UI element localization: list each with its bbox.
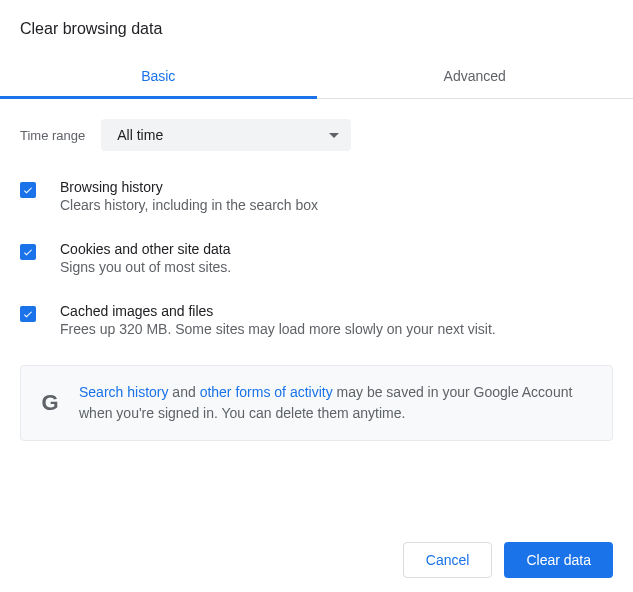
time-range-row: Time range All time — [20, 119, 613, 151]
chevron-down-icon — [329, 133, 339, 138]
link-search-history[interactable]: Search history — [79, 384, 168, 400]
checkbox-cache[interactable] — [20, 306, 36, 322]
info-box: G Search history and other forms of acti… — [20, 365, 613, 441]
tab-basic[interactable]: Basic — [0, 56, 317, 98]
option-text: Browsing history Clears history, includi… — [60, 179, 318, 213]
tab-advanced[interactable]: Advanced — [317, 56, 634, 98]
option-text: Cached images and files Frees up 320 MB.… — [60, 303, 496, 337]
clear-data-button[interactable]: Clear data — [504, 542, 613, 578]
cancel-button[interactable]: Cancel — [403, 542, 493, 578]
option-browsing-history: Browsing history Clears history, includi… — [20, 179, 613, 213]
dialog-title: Clear browsing data — [0, 0, 633, 56]
option-title: Cached images and files — [60, 303, 496, 319]
check-icon — [22, 184, 34, 196]
option-desc: Frees up 320 MB. Some sites may load mor… — [60, 321, 496, 337]
option-desc: Signs you out of most sites. — [60, 259, 231, 275]
info-text-part: and — [168, 384, 199, 400]
tabs: Basic Advanced — [0, 56, 633, 99]
checkbox-browsing-history[interactable] — [20, 182, 36, 198]
option-cookies: Cookies and other site data Signs you ou… — [20, 241, 613, 275]
checkbox-cookies[interactable] — [20, 244, 36, 260]
dialog-footer: Cancel Clear data — [403, 542, 613, 578]
check-icon — [22, 246, 34, 258]
time-range-select[interactable]: All time — [101, 119, 351, 151]
time-range-label: Time range — [20, 128, 85, 143]
check-icon — [22, 308, 34, 320]
time-range-value: All time — [117, 127, 163, 143]
option-cache: Cached images and files Frees up 320 MB.… — [20, 303, 613, 337]
link-other-activity[interactable]: other forms of activity — [200, 384, 333, 400]
dialog-content: Time range All time Browsing history Cle… — [0, 99, 633, 461]
info-text: Search history and other forms of activi… — [79, 382, 594, 424]
option-text: Cookies and other site data Signs you ou… — [60, 241, 231, 275]
option-desc: Clears history, including in the search … — [60, 197, 318, 213]
option-title: Cookies and other site data — [60, 241, 231, 257]
option-title: Browsing history — [60, 179, 318, 195]
google-icon: G — [39, 390, 61, 416]
